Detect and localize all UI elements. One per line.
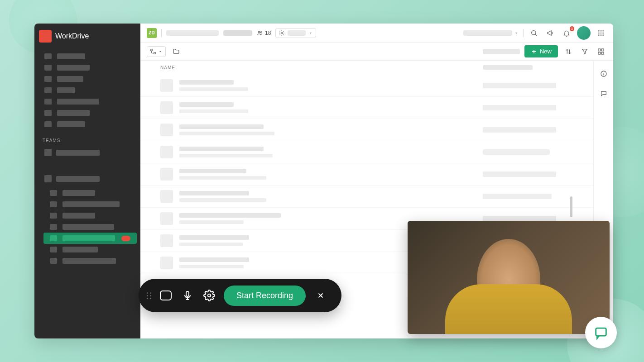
file-meta <box>483 105 573 110</box>
file-row[interactable] <box>140 97 593 119</box>
topbar: ZD 18 <box>140 24 613 43</box>
drag-handle[interactable] <box>147 292 151 299</box>
search-button[interactable] <box>528 27 540 39</box>
gear-icon <box>203 290 215 301</box>
nav-item[interactable] <box>43 187 137 199</box>
breadcrumb-skeleton <box>166 30 219 36</box>
chevron-down-icon <box>514 31 519 35</box>
divider <box>523 29 524 37</box>
workspace-chip[interactable]: ZD <box>147 28 157 38</box>
screen-record-toggle[interactable] <box>159 288 173 303</box>
svg-rect-14 <box>154 52 156 54</box>
apps-grid-button[interactable] <box>595 27 607 39</box>
svg-point-9 <box>602 32 604 33</box>
help-fab[interactable] <box>585 317 617 348</box>
announcements-button[interactable] <box>544 27 556 39</box>
nav-item[interactable] <box>38 62 137 73</box>
nav-item[interactable] <box>43 255 137 267</box>
screen-icon <box>160 291 172 300</box>
breadcrumb-skeleton <box>223 30 252 36</box>
svg-rect-13 <box>151 49 153 51</box>
svg-rect-22 <box>596 328 606 336</box>
scrollbar-thumb[interactable] <box>570 196 572 217</box>
name-column-header[interactable]: NAME <box>160 65 483 70</box>
file-meta <box>483 83 573 88</box>
file-meta <box>483 171 573 177</box>
recording-toolbar: Start Recording <box>139 279 341 312</box>
teams-section-label: TEAMS <box>34 132 140 146</box>
file-name-block <box>179 147 483 157</box>
svg-point-1 <box>260 31 262 33</box>
file-type-icon <box>160 124 173 136</box>
tree-icon <box>150 48 156 55</box>
svg-point-10 <box>598 34 600 36</box>
info-panel-button[interactable] <box>598 68 610 80</box>
svg-rect-20 <box>186 291 189 296</box>
search-icon <box>530 29 538 37</box>
svg-point-12 <box>602 34 604 36</box>
file-row[interactable] <box>140 141 593 163</box>
user-avatar[interactable] <box>577 26 591 40</box>
plus-icon <box>531 48 537 55</box>
camera-preview[interactable] <box>408 221 610 334</box>
members-count-value: 18 <box>265 30 271 36</box>
settings-dropdown[interactable] <box>275 28 316 38</box>
primary-nav <box>34 49 140 132</box>
members-count[interactable]: 18 <box>257 30 271 36</box>
sort-label-skeleton <box>463 30 512 36</box>
nav-item[interactable] <box>43 221 137 233</box>
nav-item[interactable] <box>38 96 137 107</box>
layout-button[interactable] <box>595 46 607 57</box>
secondary-nav <box>34 186 140 268</box>
nav-item[interactable] <box>43 244 137 255</box>
file-row[interactable] <box>140 186 593 208</box>
notification-badge: 3 <box>570 26 574 31</box>
team-item[interactable] <box>34 172 140 186</box>
megaphone-icon <box>547 29 554 37</box>
folder-button[interactable] <box>170 46 182 57</box>
start-recording-button[interactable]: Start Recording <box>224 286 306 306</box>
nav-item-active[interactable] <box>43 233 137 244</box>
recorder-settings-button[interactable] <box>202 288 216 303</box>
brand-logo <box>39 30 52 43</box>
new-button-label: New <box>540 48 552 55</box>
start-recording-label: Start Recording <box>236 291 293 300</box>
file-type-icon <box>160 146 173 158</box>
file-row[interactable] <box>140 119 593 141</box>
info-icon <box>600 70 607 77</box>
nav-item[interactable] <box>43 199 137 210</box>
svg-rect-18 <box>601 52 604 54</box>
comments-panel-button[interactable] <box>598 88 610 100</box>
nav-item[interactable] <box>38 85 137 96</box>
tree-view-button[interactable] <box>147 46 166 57</box>
nav-item[interactable] <box>38 119 137 130</box>
brand-row: WorkDrive <box>34 27 140 49</box>
file-name-block <box>179 191 483 202</box>
folder-icon <box>173 48 180 55</box>
svg-rect-15 <box>598 49 601 51</box>
apps-grid-icon <box>597 29 605 37</box>
file-type-icon <box>160 101 173 114</box>
filter-button[interactable] <box>579 46 591 57</box>
people-icon <box>257 30 263 36</box>
nav-item[interactable] <box>38 107 137 119</box>
new-button[interactable]: New <box>524 45 558 57</box>
nav-item[interactable] <box>38 51 137 62</box>
file-row[interactable] <box>140 75 593 97</box>
svg-point-8 <box>601 32 602 33</box>
nav-item[interactable] <box>43 210 137 221</box>
notifications-button[interactable]: 3 <box>561 27 572 39</box>
team-item[interactable] <box>34 146 140 159</box>
sort-button[interactable] <box>562 46 574 57</box>
chat-icon <box>593 325 609 340</box>
close-recorder-button[interactable] <box>317 291 325 300</box>
file-row[interactable] <box>140 163 593 186</box>
file-type-icon <box>160 257 173 269</box>
mic-toggle[interactable] <box>180 288 195 303</box>
file-name-block <box>179 169 483 180</box>
settings-label-skeleton <box>288 30 306 36</box>
meta-column-header-skeleton <box>483 65 533 70</box>
sort-dropdown[interactable] <box>463 30 519 36</box>
nav-item[interactable] <box>38 73 137 85</box>
close-icon <box>317 291 325 300</box>
